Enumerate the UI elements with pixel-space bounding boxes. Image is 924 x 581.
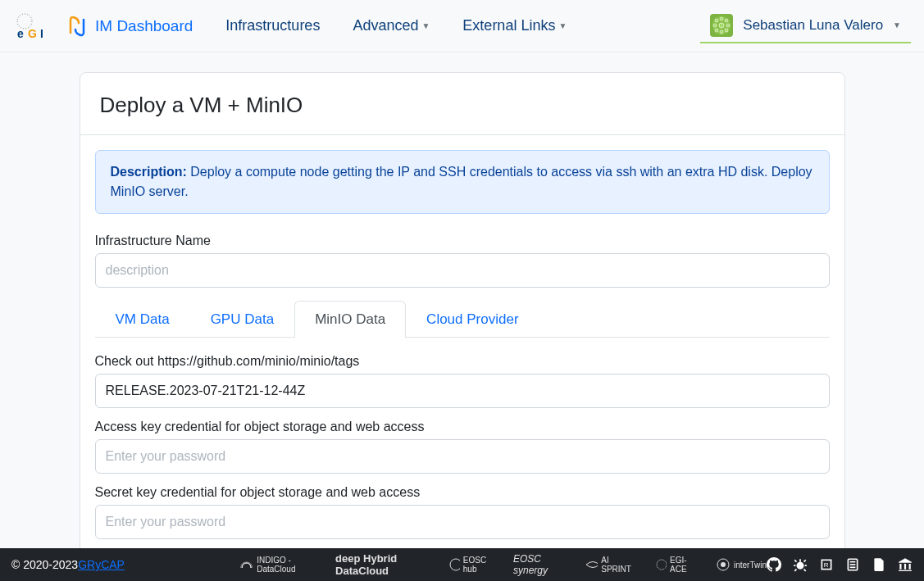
- description-label: Description:: [111, 165, 187, 179]
- nav-external-links[interactable]: External Links ▼: [462, 17, 567, 34]
- svg-point-8: [715, 29, 718, 32]
- svg-text:G: G: [28, 27, 37, 40]
- eosc-hub-logo-icon: EOSC hub: [448, 556, 494, 574]
- nav-infrastructures[interactable]: Infrastructures: [225, 17, 320, 34]
- brand[interactable]: e G I IM Dashboard: [13, 11, 193, 41]
- access-key-label: Access key credential for object storage…: [95, 420, 830, 434]
- svg-text:R: R: [824, 561, 829, 569]
- description-alert: Description: Deploy a compute node getti…: [95, 150, 830, 214]
- svg-point-7: [725, 19, 728, 22]
- brand-title: IM Dashboard: [95, 17, 193, 35]
- secret-key-input[interactable]: [95, 505, 830, 539]
- github-icon[interactable]: [767, 557, 781, 572]
- tab-minio-data[interactable]: MinIO Data: [294, 301, 406, 338]
- egi-ace-logo-icon: EGI-ACE: [653, 556, 696, 574]
- nav-advanced[interactable]: Advanced ▼: [353, 17, 430, 34]
- release-input[interactable]: [95, 374, 830, 408]
- egi-logo-icon: e G I: [13, 11, 59, 41]
- svg-point-5: [719, 23, 724, 28]
- nav-infrastructures-label: Infrastructures: [225, 17, 320, 34]
- navbar: e G I IM Dashboard Infrastructures Advan…: [0, 0, 924, 52]
- svg-point-13: [726, 24, 730, 27]
- svg-point-17: [721, 562, 726, 567]
- svg-point-9: [725, 29, 728, 32]
- chevron-down-icon: ▼: [893, 20, 901, 30]
- svg-text:I: I: [40, 27, 43, 40]
- access-key-group: Access key credential for object storage…: [95, 420, 830, 474]
- file-icon[interactable]: [872, 557, 886, 572]
- copyright: © 2020-2023: [11, 558, 78, 571]
- tab-vm-data[interactable]: VM Data: [95, 301, 190, 338]
- deploy-card: Deploy a VM + MinIO Description: Deploy …: [80, 72, 845, 581]
- nav-advanced-label: Advanced: [353, 17, 418, 34]
- release-label: Check out https://github.com/minio/minio…: [95, 354, 830, 369]
- im-logo-icon: [66, 15, 89, 38]
- description-text: Deploy a compute node getting the IP and…: [111, 165, 812, 198]
- page-title: Deploy a VM + MinIO: [100, 93, 825, 118]
- indigo-logo-icon: INDIGO - DataCloud: [239, 556, 316, 574]
- footer-icons: R: [767, 557, 913, 572]
- svg-point-15: [657, 560, 667, 570]
- user-menu[interactable]: Sebastian Luna Valero ▼: [700, 9, 911, 43]
- secret-key-label: Secret key credential for object storage…: [95, 485, 830, 500]
- infra-name-label: Infrastructure Name: [95, 234, 830, 248]
- tab-cloud-provider[interactable]: Cloud Provider: [406, 301, 539, 338]
- svg-point-6: [715, 19, 718, 22]
- chevron-down-icon: ▼: [558, 21, 567, 30]
- deep-logo-icon: deep Hybrid DataCloud: [335, 552, 429, 577]
- tab-gpu-data[interactable]: GPU Data: [190, 301, 294, 338]
- avatar-icon: [710, 14, 733, 37]
- ai-sprint-logo-icon: AI SPRINT: [585, 556, 635, 574]
- grycap-link[interactable]: GRyCAP: [78, 558, 125, 571]
- footer-logos: INDIGO - DataCloud deep Hybrid DataCloud…: [239, 552, 767, 577]
- eosc-synergy-logo-icon: EOSC synergy: [513, 553, 565, 576]
- nav-links: Infrastructures Advanced ▼ External Link…: [225, 17, 700, 34]
- chevron-down-icon: ▼: [421, 21, 430, 30]
- card-header: Deploy a VM + MinIO: [80, 73, 844, 135]
- infra-name-group: Infrastructure Name: [95, 234, 830, 288]
- card-body: Description: Deploy a compute node getti…: [80, 135, 844, 581]
- footer: © 2020-2023 GRyCAP INDIGO - DataCloud de…: [0, 548, 924, 581]
- svg-text:e: e: [17, 27, 24, 40]
- bug-icon[interactable]: [793, 557, 808, 572]
- book-icon[interactable]: [845, 557, 860, 572]
- chip-icon[interactable]: R: [819, 557, 834, 572]
- tabs: VM Data GPU Data MinIO Data Cloud Provid…: [95, 301, 830, 338]
- svg-point-10: [720, 17, 723, 20]
- nav-external-label: External Links: [462, 17, 555, 34]
- institution-icon[interactable]: [898, 557, 913, 572]
- secret-key-group: Secret key credential for object storage…: [95, 485, 830, 539]
- user-name: Sebastian Luna Valero: [743, 17, 883, 34]
- svg-point-18: [797, 562, 804, 570]
- svg-point-11: [720, 30, 723, 34]
- access-key-input[interactable]: [95, 439, 830, 474]
- intertwin-logo-icon: interTwin: [716, 557, 767, 572]
- svg-point-14: [450, 559, 460, 570]
- svg-point-12: [713, 24, 717, 27]
- release-group: Check out https://github.com/minio/minio…: [95, 354, 830, 408]
- infra-name-input[interactable]: [95, 253, 830, 288]
